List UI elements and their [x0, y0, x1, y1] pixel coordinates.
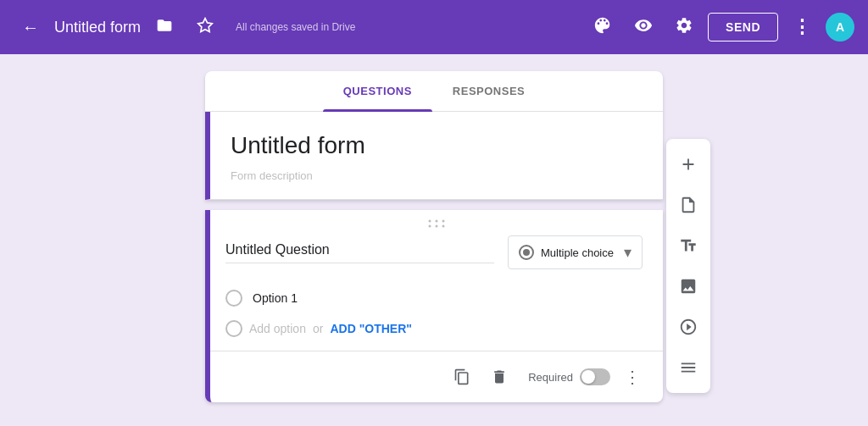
- question-body: Multiple choice ▾ Option 1 Add option or…: [210, 235, 663, 337]
- folder-icon: [156, 17, 173, 37]
- back-icon: ←: [22, 18, 39, 37]
- option-row: Option 1: [225, 286, 643, 310]
- settings-icon: [675, 16, 693, 39]
- palette-button[interactable]: [586, 10, 620, 44]
- add-option-radio: [225, 320, 242, 337]
- add-image-button[interactable]: [670, 268, 707, 305]
- required-label: Required: [528, 371, 573, 384]
- question-more-button[interactable]: ⋮: [617, 362, 648, 392]
- main-content: QUESTIONS RESPONSES Untitled form Form d…: [0, 54, 868, 426]
- form-header: Untitled form Form description: [205, 112, 663, 200]
- copy-button[interactable]: [447, 362, 477, 392]
- add-other-link[interactable]: ADD "OTHER": [330, 322, 412, 335]
- nav-right: SEND ⋮ A: [586, 10, 854, 44]
- top-navigation: ← Untitled form All changes saved in Dri…: [0, 0, 868, 54]
- add-section-button[interactable]: [670, 349, 707, 386]
- save-status: All changes saved in Drive: [236, 21, 355, 33]
- back-button[interactable]: ←: [14, 10, 47, 44]
- tab-responses[interactable]: RESPONSES: [432, 71, 545, 111]
- add-option-text[interactable]: Add option: [249, 322, 306, 335]
- form-description-placeholder[interactable]: Form description: [231, 169, 643, 182]
- send-button[interactable]: SEND: [708, 13, 778, 41]
- add-option-row: Add option or ADD "OTHER": [225, 320, 643, 337]
- more-icon: ⋮: [793, 16, 811, 38]
- folder-button[interactable]: [147, 10, 181, 44]
- preview-button[interactable]: [626, 10, 660, 44]
- preview-icon: [634, 16, 653, 39]
- side-toolbar: [666, 139, 710, 393]
- settings-button[interactable]: [667, 10, 701, 44]
- form-container: QUESTIONS RESPONSES Untitled form Form d…: [205, 71, 663, 409]
- add-text-button[interactable]: [670, 227, 707, 264]
- question-top: Multiple choice ▾: [225, 235, 643, 269]
- required-toggle[interactable]: [580, 368, 610, 385]
- question-more-icon: ⋮: [624, 367, 641, 387]
- more-options-button[interactable]: ⋮: [785, 10, 819, 44]
- question-card: Multiple choice ▾ Option 1 Add option or…: [205, 210, 663, 402]
- form-title-display[interactable]: Untitled form: [231, 132, 643, 159]
- option-text-1[interactable]: Option 1: [253, 291, 298, 305]
- question-title-input[interactable]: [225, 242, 494, 263]
- svg-point-2: [436, 220, 438, 223]
- nav-left: ← Untitled form All changes saved in Dri…: [14, 10, 579, 44]
- svg-point-3: [442, 220, 445, 223]
- drag-handle[interactable]: [210, 210, 663, 235]
- add-question-button[interactable]: [670, 146, 707, 183]
- add-option-or: or: [313, 322, 323, 335]
- svg-point-6: [442, 225, 445, 228]
- palette-icon: [593, 16, 612, 39]
- star-icon: [197, 17, 214, 38]
- add-title-button[interactable]: [670, 186, 707, 224]
- star-button[interactable]: [188, 10, 222, 44]
- type-label: Multiple choice: [541, 246, 614, 259]
- svg-point-4: [429, 225, 431, 228]
- svg-point-5: [436, 225, 438, 228]
- form-title-nav: Untitled form: [54, 19, 141, 36]
- tabs-card: QUESTIONS RESPONSES Untitled form Form d…: [205, 71, 663, 200]
- tab-questions[interactable]: QUESTIONS: [323, 71, 432, 111]
- type-radio-icon: [519, 245, 534, 260]
- svg-marker-0: [198, 18, 213, 31]
- avatar[interactable]: A: [826, 13, 854, 41]
- chevron-down-icon: ▾: [624, 243, 632, 262]
- option-radio-1: [225, 290, 242, 307]
- delete-button[interactable]: [484, 362, 515, 392]
- svg-point-1: [429, 220, 431, 223]
- tabs-row: QUESTIONS RESPONSES: [205, 71, 663, 112]
- question-footer: Required ⋮: [210, 351, 663, 402]
- type-selector[interactable]: Multiple choice ▾: [508, 235, 643, 269]
- add-video-button[interactable]: [670, 308, 707, 346]
